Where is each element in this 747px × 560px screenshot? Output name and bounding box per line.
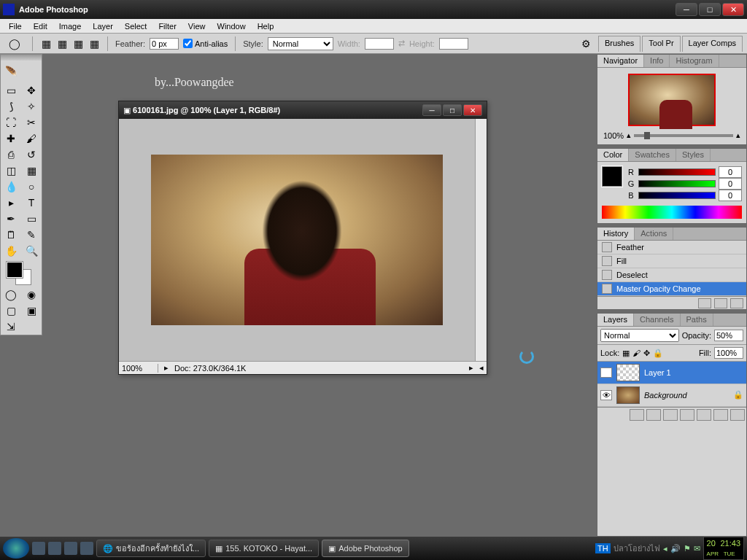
tab-swatches[interactable]: Swatches: [629, 149, 676, 161]
shape-tool[interactable]: ▭: [21, 211, 42, 227]
tray-icon[interactable]: ◂: [663, 544, 667, 553]
selection-intersect-icon[interactable]: ▦: [88, 36, 100, 52]
doc-maximize-button[interactable]: □: [443, 104, 462, 116]
history-new-button[interactable]: [714, 298, 727, 308]
tab-paths[interactable]: Paths: [681, 314, 713, 326]
tab-channels[interactable]: Channels: [634, 314, 680, 326]
history-item[interactable]: Feather: [597, 241, 746, 254]
quickmask-tool[interactable]: ◯: [1, 287, 21, 303]
pen-tool[interactable]: ✒: [1, 211, 21, 227]
b-slider[interactable]: [638, 192, 716, 199]
tab-color[interactable]: Color: [597, 149, 629, 161]
doc-size-icon[interactable]: ▸: [164, 363, 169, 373]
feather-input[interactable]: [150, 38, 179, 50]
tray-icon[interactable]: 🔊: [670, 544, 681, 553]
canvas-area[interactable]: [119, 119, 475, 361]
jump-to-imageready[interactable]: ⇲: [1, 319, 21, 335]
clock[interactable]: 20 21:43 APR TUE: [703, 537, 744, 560]
navigator-thumbnail[interactable]: [628, 74, 716, 126]
tab-history[interactable]: History: [597, 228, 635, 240]
layer-name[interactable]: Layer 1: [644, 368, 743, 377]
document-titlebar[interactable]: ▣ 6100161.jpg @ 100% (Layer 1, RGB/8#) ─…: [119, 101, 487, 119]
navigator-zoom-value[interactable]: 100%: [603, 131, 624, 140]
zoom-display[interactable]: 100%: [122, 364, 158, 373]
zoom-out-icon[interactable]: ▴: [627, 131, 631, 140]
history-item[interactable]: Deselect: [597, 268, 746, 282]
tab-actions[interactable]: Actions: [635, 228, 673, 240]
eyedropper-tool[interactable]: ✎: [21, 227, 42, 243]
workspace-icon[interactable]: ⚙: [576, 36, 597, 52]
layer-row[interactable]: 👁 Background 🔒: [597, 384, 746, 407]
slice-tool[interactable]: ✂: [21, 114, 42, 131]
path-select-tool[interactable]: ▸: [1, 195, 21, 211]
palette-tab-brushes[interactable]: Brushes: [598, 36, 640, 52]
fill-input[interactable]: [714, 347, 743, 359]
lock-transparency-icon[interactable]: ▦: [622, 349, 630, 358]
history-item[interactable]: Master Opacity Change: [597, 282, 746, 296]
layer-row[interactable]: 👁 Layer 1: [597, 362, 746, 384]
opacity-input[interactable]: [714, 330, 743, 341]
visibility-toggle[interactable]: 👁: [600, 390, 612, 400]
document-image[interactable]: [151, 155, 443, 325]
style-select[interactable]: Normal: [268, 37, 333, 50]
toolbox-grip[interactable]: [1, 55, 42, 61]
menu-select[interactable]: Select: [119, 20, 153, 32]
wand-tool[interactable]: ✧: [21, 98, 42, 114]
tab-layers[interactable]: Layers: [597, 314, 634, 326]
taskbar-item[interactable]: 🌐ขอร้องอีกครั้งทำยังไงใ...: [96, 540, 206, 557]
menu-help[interactable]: Help: [252, 20, 280, 32]
quickmask-edit-tool[interactable]: ◉: [21, 287, 42, 303]
selection-add-icon[interactable]: ▦: [56, 36, 68, 52]
history-brush-tool[interactable]: ↺: [21, 147, 42, 163]
r-input[interactable]: [719, 166, 742, 178]
zoom-in-icon[interactable]: ▴: [736, 131, 740, 140]
tab-info[interactable]: Info: [644, 55, 670, 67]
quicklaunch-icon[interactable]: [48, 542, 61, 555]
layer-thumbnail[interactable]: [616, 386, 640, 404]
g-slider[interactable]: [638, 180, 716, 187]
quicklaunch-icon[interactable]: [64, 542, 77, 555]
minimize-button[interactable]: ─: [676, 3, 697, 16]
blur-tool[interactable]: 💧: [1, 179, 21, 195]
blend-mode-select[interactable]: Normal: [600, 329, 679, 342]
tab-navigator[interactable]: Navigator: [597, 55, 644, 67]
visibility-toggle[interactable]: 👁: [600, 368, 612, 378]
zoom-slider[interactable]: [634, 134, 733, 137]
eraser-tool[interactable]: ◫: [1, 163, 21, 179]
zoom-tool[interactable]: 🔍: [21, 243, 42, 259]
taskbar-item[interactable]: ▦155. KOTOKO - Hayat...: [209, 540, 319, 557]
foreground-color-swatch[interactable]: [7, 262, 23, 278]
doc-info-menu[interactable]: ▸: [469, 363, 473, 373]
menu-filter[interactable]: Filter: [152, 20, 182, 32]
menu-image[interactable]: Image: [53, 20, 88, 32]
r-slider[interactable]: [638, 168, 716, 176]
lock-position-icon[interactable]: ✥: [643, 349, 650, 358]
stamp-tool[interactable]: ⎙: [1, 147, 21, 163]
doc-close-button[interactable]: ✕: [463, 104, 482, 116]
vertical-scrollbar[interactable]: [475, 119, 487, 361]
menu-file[interactable]: File: [3, 20, 28, 32]
antialias-checkbox[interactable]: [183, 39, 193, 48]
marquee-tool[interactable]: ▭: [1, 82, 21, 98]
screenmode-full[interactable]: ▣: [21, 303, 42, 319]
history-item[interactable]: Fill: [597, 254, 746, 268]
brush-tool[interactable]: 🖌: [21, 131, 42, 147]
crop-tool[interactable]: ⛶: [1, 114, 21, 131]
layer-name[interactable]: Background: [644, 391, 729, 400]
layer-new-button[interactable]: [713, 409, 728, 421]
doc-minimize-button[interactable]: ─: [422, 104, 441, 116]
layer-link-button[interactable]: [630, 409, 644, 421]
tray-icon[interactable]: ⚑: [684, 544, 691, 553]
close-button[interactable]: ✕: [722, 3, 744, 16]
tab-styles[interactable]: Styles: [676, 149, 711, 161]
layer-style-button[interactable]: [646, 409, 661, 421]
menu-window[interactable]: Window: [212, 20, 252, 32]
type-tool[interactable]: T: [21, 195, 42, 211]
move-tool[interactable]: ✥: [21, 82, 42, 98]
tray-icon[interactable]: ✉: [694, 544, 700, 553]
layer-delete-button[interactable]: [730, 409, 745, 421]
palette-tab-layercomps[interactable]: Layer Comps: [682, 36, 743, 52]
taskbar-item[interactable]: ▣Adobe Photoshop: [322, 540, 409, 557]
screenmode-standard[interactable]: ▢: [1, 303, 21, 319]
gradient-tool[interactable]: ▦: [21, 163, 42, 179]
